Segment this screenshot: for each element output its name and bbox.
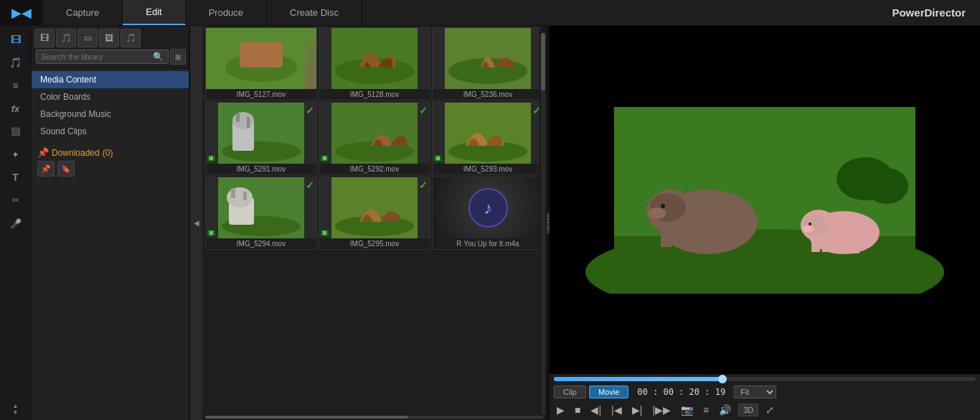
svg-rect-2 <box>240 42 283 67</box>
check-img5291: ✓ <box>306 105 314 116</box>
app-title: PowerDirector <box>892 6 980 19</box>
time-display: 00 : 00 : 20 : 19 <box>631 387 731 397</box>
sidebar-icon-text[interactable]: T <box>3 167 29 188</box>
media-item-img5295[interactable]: ✓ ⊞ IMG_5295.mov <box>319 177 430 250</box>
thumb-img5128 <box>319 28 430 89</box>
thumb-label-img5236: IMG_5236.mov <box>433 89 543 100</box>
lib-image-btn[interactable]: 🖼 <box>99 29 119 47</box>
progress-fill <box>554 377 722 381</box>
thumb-svg-img5128 <box>319 28 430 89</box>
sidebar-icon-media[interactable]: 🎞 <box>3 29 29 50</box>
svg-point-10 <box>232 112 254 129</box>
audio-icon: 🎵 <box>9 57 22 68</box>
menu-item-media-content[interactable]: Media Content <box>32 71 189 88</box>
audio-lib-icon: 🎵 <box>61 33 72 43</box>
collapse-arrow-icon: ◀ <box>194 219 199 227</box>
fit-select[interactable]: Fit 100% 75% 50% <box>734 386 776 398</box>
grid-view-btn[interactable]: ⊞ <box>170 49 186 65</box>
media-item-img5128[interactable]: IMG_5128.mov <box>319 27 430 101</box>
subtitle-ctrl-btn[interactable]: ≡ <box>700 403 712 417</box>
thumb-img5293 <box>433 103 543 164</box>
music-note-circle: ♪ <box>468 188 508 228</box>
menu-item-background-music[interactable]: Background Music <box>32 106 189 123</box>
voice-icon: 🎤 <box>10 218 22 229</box>
media-item-img5127[interactable]: IMG_5127.mov <box>205 27 317 101</box>
sidebar-icon-edit[interactable]: ✂ <box>3 190 29 211</box>
nav-tabs: Capture Edit Produce Create Disc <box>43 0 892 25</box>
thumb-img5294 <box>206 177 316 238</box>
media-item-img5291[interactable]: ✓ ⊞ IMG_5291.mov <box>205 102 317 175</box>
menu-item-sound-clips[interactable]: Sound Clips <box>32 123 189 140</box>
media-item-img5294[interactable]: ✓ ⊞ IMG_5294.mov <box>205 177 317 250</box>
snapshot-btn[interactable]: 📷 <box>678 403 696 417</box>
svg-point-46 <box>802 225 814 233</box>
svg-rect-35 <box>707 229 718 249</box>
svg-rect-12 <box>247 117 250 128</box>
thumb-svg-img5291 <box>206 103 316 164</box>
media-item-img5292[interactable]: ✓ ⊞ IMG_5292.mov <box>319 102 430 175</box>
badge-img5293: ⊞ <box>434 155 442 162</box>
lib-audio-btn[interactable]: 🎵 <box>56 29 76 47</box>
lib-effects-btn[interactable]: ▭ <box>77 29 98 47</box>
sidebar-icon-pip[interactable]: ⬛ <box>3 121 29 142</box>
search-input[interactable] <box>41 52 153 61</box>
chroma-icon: ✦ <box>11 149 19 160</box>
volume-btn[interactable]: 🔊 <box>716 403 734 417</box>
sidebar-icon-subtitles[interactable]: ≡ <box>3 75 29 96</box>
search-icon[interactable]: 🔍 <box>153 52 164 62</box>
media-scroll-thumb <box>541 33 545 90</box>
image-lib-icon: 🖼 <box>105 33 113 43</box>
downloaded-header[interactable]: 📌 Downloaded (0) <box>37 147 183 158</box>
sidebar-icon-fx[interactable]: fx <box>3 98 29 119</box>
search-box[interactable]: 🔍 <box>36 50 169 64</box>
dl-icon-bookmark[interactable]: 🔖 <box>57 161 75 177</box>
sidebar-menu: Media Content Color Boards Background Mu… <box>32 68 189 143</box>
expand-btn[interactable]: ⤢ <box>763 403 777 417</box>
music-note-icon: ♪ <box>484 198 492 218</box>
media-bottom-bar <box>202 414 547 420</box>
clip-btn[interactable]: Clip <box>554 386 586 398</box>
svg-rect-44 <box>851 238 859 253</box>
threed-mode-btn[interactable]: 3D <box>738 403 758 416</box>
collapse-panel-btn[interactable]: ◀ <box>189 26 202 420</box>
stop-btn[interactable]: ■ <box>572 403 583 417</box>
check-img5294: ✓ <box>306 179 314 191</box>
sidebar-icon-chevrons[interactable]: ▲ ▼ <box>3 398 29 420</box>
step-fwd-btn[interactable]: ▶| <box>629 403 646 417</box>
media-horizontal-scroll[interactable] <box>205 416 544 419</box>
media-area: IMG_5127.mov IMG_5128.mo <box>202 26 547 420</box>
tab-capture[interactable]: Capture <box>43 0 123 25</box>
progress-handle[interactable] <box>718 375 727 383</box>
fx-icon: fx <box>11 103 20 114</box>
menu-item-color-boards[interactable]: Color Boards <box>32 88 189 106</box>
thumb-svg-img5294 <box>206 177 316 238</box>
play-btn[interactable]: ▶ <box>554 403 567 417</box>
dl-icon-pin[interactable]: 📌 <box>37 161 55 177</box>
media-scrollbar[interactable] <box>540 26 547 414</box>
rewind-btn[interactable]: ◀| <box>588 403 604 417</box>
sidebar-icon-chroma[interactable]: ✦ <box>3 144 29 165</box>
media-hscroll-thumb <box>205 416 408 419</box>
media-item-img5236[interactable]: IMG_5236.mov <box>432 27 544 101</box>
lib-sound-btn[interactable]: 🎵 <box>121 29 141 47</box>
tab-edit[interactable]: Edit <box>123 0 185 25</box>
movie-btn[interactable]: Movie <box>589 386 628 398</box>
thumb-music: ♪ <box>433 177 543 238</box>
svg-rect-43 <box>840 238 849 253</box>
step-back-btn[interactable]: |◀ <box>608 403 625 417</box>
media-item-music[interactable]: ♪ R You Up for It.m4a <box>432 177 544 250</box>
thumb-svg-img5295 <box>319 177 430 238</box>
downloads-section: 📌 Downloaded (0) 📌 🔖 <box>32 143 189 181</box>
lib-media-btn[interactable]: 🎞 <box>34 29 55 47</box>
thumb-svg-img5127 <box>206 28 316 89</box>
thumb-svg-img5293 <box>433 103 543 164</box>
sidebar-icon-audio[interactable]: 🎵 <box>3 52 29 73</box>
thumb-label-img5294: IMG_5294.mov <box>206 238 316 249</box>
svg-point-37 <box>649 207 666 219</box>
tab-produce[interactable]: Produce <box>186 0 267 25</box>
progress-bar[interactable] <box>554 377 976 381</box>
fast-fwd-btn[interactable]: |▶▶ <box>649 403 674 417</box>
tab-create-disc[interactable]: Create Disc <box>267 0 362 25</box>
sidebar-icon-voice[interactable]: 🎤 <box>3 213 29 234</box>
media-item-img5293[interactable]: ✓ ⊞ IMG_5293.mov <box>432 102 544 175</box>
